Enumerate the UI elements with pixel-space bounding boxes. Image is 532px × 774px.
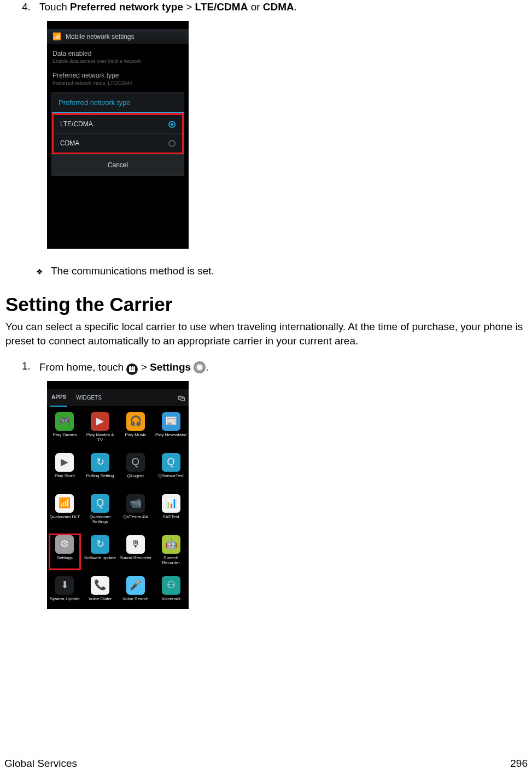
dim-section: Data enabled Enable data access over Mob…	[47, 44, 189, 90]
app-icon: Q	[126, 453, 145, 472]
dialog-title: Preferred network type	[52, 93, 184, 113]
t7: .	[294, 1, 297, 13]
app-icon: Q	[91, 494, 109, 513]
app-label: Play Games	[53, 433, 77, 438]
screen-title: Mobile network settings	[66, 33, 134, 40]
app-label: Voice Search	[122, 597, 148, 602]
app-icon: ⬇	[55, 576, 74, 595]
app-system-update[interactable]: ⬇System Update	[47, 573, 83, 609]
result-text: The communications method is set.	[51, 265, 214, 278]
app-icon: 📶	[55, 494, 74, 513]
gear-icon	[194, 361, 206, 373]
app-label: QSensorTest	[159, 474, 184, 479]
app-saetest[interactable]: 📊SAETest	[153, 491, 189, 531]
app-icon: ⚙	[55, 535, 74, 554]
s1-sep: >	[138, 361, 150, 373]
app-polling-setting[interactable]: ↻Polling Setting	[83, 450, 118, 490]
step-number: 4.	[22, 1, 34, 13]
radio-checked-icon	[168, 121, 176, 128]
app-icon: 🎧	[126, 412, 145, 431]
option-cdma[interactable]: CDMA	[54, 134, 182, 153]
app-sound-recorder[interactable]: 🎙Sound Recorder	[118, 532, 154, 572]
app-label: Voice Dialer	[89, 597, 112, 602]
app-label: System Update	[50, 597, 80, 602]
app-label: Settings	[57, 556, 73, 561]
pref-sub: Preferred network mode: LTE/CDMA	[52, 80, 183, 86]
app-icon: 🎮	[55, 412, 74, 431]
section-paragraph: You can select a specific local carrier …	[5, 320, 528, 348]
section-heading: Setting the Carrier	[5, 294, 528, 315]
tab-widgets[interactable]: WIDGETS	[75, 395, 103, 401]
screen-titlebar: 📶 Mobile network settings	[47, 29, 189, 44]
app-label: Software update	[84, 556, 116, 561]
app-label: Qualcomm DLT	[50, 515, 80, 520]
s1-pre: From home, touch	[39, 361, 126, 373]
data-enabled-title: Data enabled	[52, 50, 183, 57]
app-icon: 📹	[126, 494, 145, 513]
tab-apps[interactable]: APPS	[50, 389, 67, 407]
app-voicemail[interactable]: ⚇Voicemail	[153, 573, 189, 609]
app-icon: 📰	[162, 412, 180, 431]
t1: Touch	[39, 1, 70, 13]
data-enabled-sub: Enable data access over Mobile network	[52, 58, 183, 64]
app-label: Sound Recorder	[120, 556, 151, 561]
app-icon: 📊	[162, 494, 180, 513]
app-qvtester-04[interactable]: 📹QVTester-04	[118, 491, 154, 531]
app-play-games[interactable]: 🎮Play Games	[47, 409, 83, 449]
screenshot-app-drawer: APPS WIDGETS 🛍 🎮Play Games▶Play Movies &…	[47, 381, 189, 609]
tab-row: APPS WIDGETS 🛍	[47, 389, 189, 407]
app-label: Play Movies & TV	[84, 433, 116, 443]
app-icon: ▶	[91, 412, 109, 431]
apps-icon	[126, 363, 138, 375]
app-grid: 🎮Play Games▶Play Movies & TV🎧Play Music📰…	[47, 407, 189, 609]
network-type-dialog: Preferred network type LTE/CDMA CDMA Can…	[51, 92, 184, 176]
app-play-store[interactable]: ▶Play Store	[47, 450, 83, 490]
app-play-newsstand[interactable]: 📰Play Newsstand	[153, 409, 189, 449]
signal-icon: 📶	[52, 32, 61, 40]
status-bar	[47, 21, 189, 29]
option-cdma-label: CDMA	[60, 139, 79, 147]
app-voice-dialer[interactable]: 📞Voice Dialer	[83, 573, 118, 609]
t2: Preferred network type	[70, 1, 183, 13]
shop-icon[interactable]: 🛍	[178, 394, 185, 402]
app-label: QLogcat	[127, 474, 144, 479]
app-qualcomm-settings[interactable]: QQualcomm Settings	[83, 491, 118, 531]
app-label: Qualcomm Settings	[84, 515, 116, 525]
app-qlogcat[interactable]: QQLogcat	[118, 450, 154, 490]
pref-title: Preferred network type	[52, 72, 183, 79]
app-software-update[interactable]: ↻Software update	[83, 532, 118, 572]
footer-left: Global Services	[4, 758, 77, 770]
app-label: QVTester-04	[123, 515, 148, 520]
app-icon: 📞	[91, 576, 109, 595]
app-icon: ↻	[91, 535, 109, 554]
status-bar	[47, 381, 189, 389]
app-label: SAETest	[162, 515, 179, 520]
app-icon: ⚇	[162, 576, 180, 595]
app-label: Play Music	[125, 433, 147, 438]
s1-end: .	[206, 361, 208, 373]
app-qsensortest[interactable]: QQSensorTest	[153, 450, 189, 490]
radio-unchecked-icon	[168, 140, 176, 147]
app-speech-recorder[interactable]: 🤖Speech Recorder	[153, 532, 189, 572]
t5: or	[248, 1, 262, 13]
step-number: 1.	[22, 360, 34, 372]
app-play-movies-tv[interactable]: ▶Play Movies & TV	[83, 409, 118, 449]
app-icon: 🎤	[126, 576, 145, 595]
option-lte-cdma[interactable]: LTE/CDMA	[54, 115, 182, 134]
t4: LTE/CDMA	[195, 1, 248, 13]
app-settings[interactable]: ⚙Settings	[47, 532, 83, 572]
app-icon: ▶	[55, 453, 74, 472]
app-label: Speech Recorder	[155, 556, 188, 566]
step1-text: From home, touch > Settings .	[39, 359, 209, 373]
app-play-music[interactable]: 🎧Play Music	[118, 409, 154, 449]
app-voice-search[interactable]: 🎤Voice Search	[118, 573, 154, 609]
s1-bold: Settings	[150, 361, 191, 373]
cancel-button[interactable]: Cancel	[52, 154, 184, 175]
screenshot-network-type: 📶 Mobile network settings Data enabled E…	[47, 21, 189, 249]
step4-text: Touch Preferred network type > LTE/CDMA …	[39, 1, 297, 13]
t6: CDMA	[263, 1, 294, 13]
app-qualcomm-dlt[interactable]: 📶Qualcomm DLT	[47, 491, 83, 531]
t3: >	[183, 1, 195, 13]
app-label: Polling Setting	[86, 474, 114, 479]
app-label: Voicemail	[162, 597, 180, 602]
